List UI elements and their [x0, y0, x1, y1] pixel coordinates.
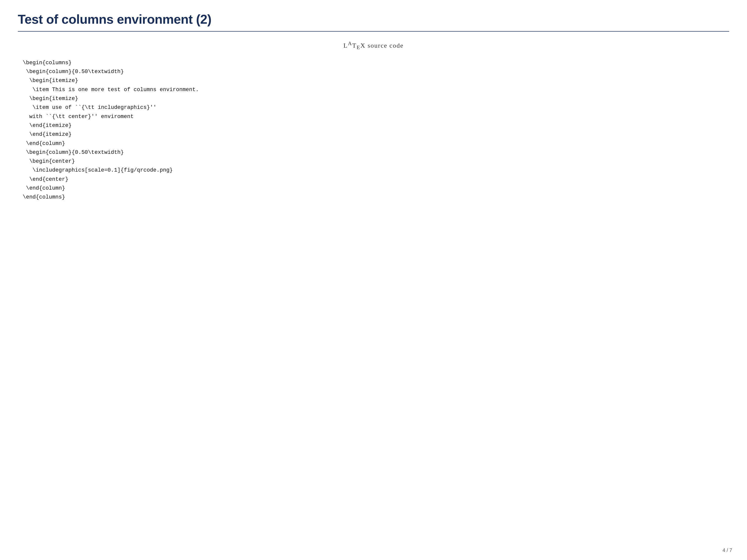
slide-page-number: 4 / 7 [723, 548, 732, 553]
slide: Test of columns environment (2) LATEX so… [0, 0, 747, 560]
subtitle-rest: source code [366, 42, 404, 49]
code-block: \begin{columns} \begin{column}{0.50\text… [23, 58, 729, 545]
latex-logo: LATEX [343, 42, 365, 49]
slide-title: Test of columns environment (2) [18, 12, 729, 27]
subtitle: LATEX source code [18, 41, 729, 51]
title-divider [18, 31, 729, 32]
